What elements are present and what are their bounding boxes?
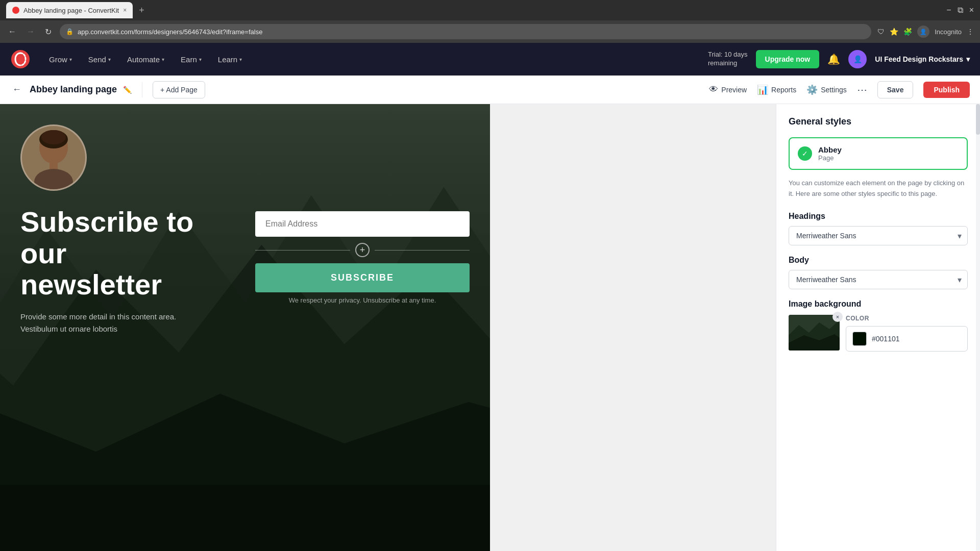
two-column-layout: Subscribe to our newsletter Provide some… (20, 206, 470, 335)
user-menu[interactable]: UI Feed Design Rockstars ▾ (875, 55, 970, 63)
address-text: app.convertkit.com/forms/designers/56467… (78, 28, 262, 36)
color-swatch (852, 332, 867, 346)
profile-image (20, 124, 87, 191)
incognito-label: Incognito (935, 28, 962, 36)
sidebar-content: General styles ✓ Abbey Page You can cust… (776, 104, 980, 364)
menu-dots[interactable]: ⋮ (967, 28, 974, 36)
nav-grow-label: Grow (49, 55, 67, 64)
user-name: UI Feed Design Rockstars (875, 55, 963, 63)
main-area: Subscribe to our newsletter Provide some… (0, 104, 980, 551)
win-minimize-button[interactable]: − (946, 6, 951, 15)
reports-label: Reports (771, 86, 796, 94)
image-bg-label: Image background (789, 299, 968, 309)
main-heading: Subscribe to our newsletter (20, 206, 235, 300)
trial-line1: Trial: 10 days (708, 51, 748, 59)
bookmark-icon[interactable]: ⭐ (890, 28, 898, 36)
more-options-button[interactable]: ⋯ (857, 84, 867, 96)
browser-addr-controls: 🛡 ⭐ 🧩 👤 Incognito ⋮ (877, 26, 974, 38)
convertkit-logo (10, 49, 31, 69)
nav-automate[interactable]: Automate ▾ (119, 43, 173, 76)
lock-icon: 🔒 (66, 28, 74, 35)
add-page-label: + Add Page (160, 86, 198, 94)
color-label: COLOR (846, 315, 968, 322)
nav-earn[interactable]: Earn ▾ (173, 43, 210, 76)
subscribe-button[interactable]: SUBSCRIBE (255, 263, 470, 292)
body-text: Provide some more detail in this content… (20, 311, 184, 335)
forward-nav-button[interactable]: → (24, 25, 37, 38)
reports-action[interactable]: 📊 Reports (757, 84, 796, 95)
avatar-icon: 👤 (853, 55, 862, 63)
nav-automate-chevron: ▾ (162, 57, 164, 62)
heading-line3: newsletter (20, 268, 162, 300)
color-picker[interactable]: #001101 (846, 326, 968, 352)
scrollbar-track (976, 104, 980, 551)
trial-line2: remaining (708, 59, 748, 68)
nav-automate-label: Automate (127, 55, 160, 64)
address-bar-row: ← → ↻ 🔒 app.convertkit.com/forms/designe… (0, 20, 980, 43)
toolbar-right: 👁 Preview 📊 Reports ⚙️ Settings ⋯ Save P… (709, 81, 970, 98)
trial-info: Trial: 10 days remaining (708, 51, 748, 68)
heading-line1: Subscribe to (20, 206, 193, 238)
save-button[interactable]: Save (877, 81, 914, 98)
style-card[interactable]: ✓ Abbey Page (789, 137, 968, 170)
image-bg-row: × COLOR #001101 (789, 315, 968, 352)
remove-bg-button[interactable]: × (832, 312, 843, 322)
headings-font-wrapper: Merriweather Sans ▾ (789, 226, 968, 245)
settings-action[interactable]: ⚙️ Settings (806, 84, 847, 95)
headings-font-select[interactable]: Merriweather Sans (789, 226, 968, 245)
nav-grow[interactable]: Grow ▾ (41, 43, 80, 76)
refresh-button[interactable]: ↻ (43, 25, 54, 39)
nav-send[interactable]: Send ▾ (80, 43, 119, 76)
settings-label: Settings (821, 86, 847, 94)
nav-earn-chevron: ▾ (199, 57, 202, 62)
add-page-button[interactable]: + Add Page (153, 81, 205, 98)
upgrade-button[interactable]: Upgrade now (756, 50, 820, 69)
user-chevron: ▾ (966, 55, 970, 63)
shield-icon: 🛡 (877, 28, 885, 36)
notification-bell-icon[interactable]: 🔔 (827, 53, 840, 65)
landing-page-preview: Subscribe to our newsletter Provide some… (0, 104, 490, 551)
tab-close-button[interactable]: × (123, 7, 127, 14)
back-button[interactable]: ← (10, 82, 23, 97)
style-card-text: Abbey Page (818, 145, 842, 162)
nav-earn-label: Earn (181, 55, 197, 64)
card-style-type: Page (818, 154, 842, 162)
nav-learn[interactable]: Learn ▾ (210, 43, 250, 76)
win-close-button[interactable]: × (969, 6, 974, 15)
nav-grow-chevron: ▾ (69, 57, 72, 62)
sidebar-hint: You can customize each element on the pa… (789, 178, 968, 199)
add-field-row: + (255, 241, 470, 259)
incognito-avatar: 👤 (917, 26, 929, 38)
toolbar-divider (142, 82, 142, 97)
edit-title-icon[interactable]: ✏️ (123, 86, 132, 94)
add-field-button[interactable]: + (355, 243, 370, 257)
add-field-line-right (375, 250, 470, 251)
nav-send-chevron: ▾ (108, 57, 111, 62)
color-hex-value: #001101 (872, 335, 900, 343)
tab-title: Abbey landing page - ConvertKit (23, 7, 119, 14)
email-input[interactable] (255, 211, 470, 237)
nav-learn-label: Learn (218, 55, 237, 64)
extension-icon[interactable]: 🧩 (903, 28, 912, 36)
scrollbar-thumb[interactable] (976, 104, 980, 135)
publish-button[interactable]: Publish (923, 82, 970, 98)
add-field-line-left (255, 250, 350, 251)
avatar[interactable]: 👤 (848, 50, 867, 68)
sidebar-title: General styles (789, 116, 968, 127)
preview-action[interactable]: 👁 Preview (709, 84, 747, 95)
body-font-wrapper: Merriweather Sans ▾ (789, 270, 968, 289)
app-header: Grow ▾ Send ▾ Automate ▾ Earn ▾ Learn ▾ … (0, 43, 980, 76)
svg-point-10 (34, 169, 73, 189)
new-tab-button[interactable]: + (139, 5, 144, 16)
bg-thumbnail[interactable] (789, 315, 840, 350)
heading-line2: our (20, 237, 66, 269)
browser-tab[interactable]: Abbey landing page - ConvertKit × (6, 2, 133, 18)
body-font-select[interactable]: Merriweather Sans (789, 270, 968, 289)
toolbar: ← Abbey landing page ✏️ + Add Page 👁 Pre… (0, 76, 980, 104)
back-nav-button[interactable]: ← (6, 25, 18, 38)
settings-icon: ⚙️ (806, 84, 818, 95)
win-maximize-button[interactable]: ⧉ (958, 6, 963, 15)
address-bar[interactable]: 🔒 app.convertkit.com/forms/designers/564… (60, 24, 871, 39)
bg-thumb-wrapper: × (789, 315, 840, 350)
landing-content: Subscribe to our newsletter Provide some… (0, 104, 490, 356)
